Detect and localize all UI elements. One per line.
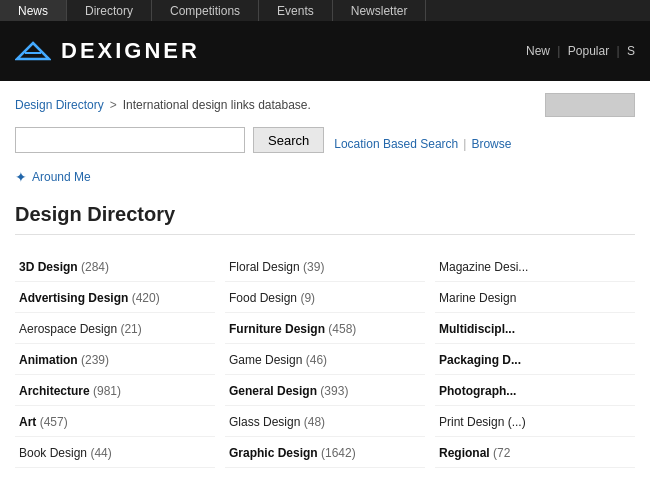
around-me[interactable]: ✦ Around Me — [15, 169, 635, 185]
location-search-link[interactable]: Location Based Search — [334, 137, 458, 151]
header-link-s[interactable]: S — [627, 44, 635, 58]
directory-item[interactable]: Print Design (...) — [435, 408, 635, 437]
directory-item[interactable]: Book Design (44) — [15, 439, 215, 468]
search-box-header — [545, 93, 635, 117]
directory-item[interactable]: Furniture Design (458) — [225, 315, 425, 344]
header-link-popular[interactable]: Popular — [568, 44, 609, 58]
directory-grid: 3D Design (284)Advertising Design (420)A… — [15, 253, 635, 468]
directory-item[interactable]: Game Design (46) — [225, 346, 425, 375]
main-area: Design Directory > International design … — [0, 81, 650, 468]
directory-item[interactable]: Packaging D... — [435, 346, 635, 375]
svg-marker-0 — [17, 43, 49, 59]
header-link-new[interactable]: New — [526, 44, 550, 58]
logo-icon — [15, 39, 51, 63]
search-area: Search — [15, 127, 324, 153]
search-extra: Location Based Search | Browse — [334, 137, 511, 151]
header-sep-2: | — [617, 44, 620, 58]
directory-item[interactable]: Advertising Design (420) — [15, 284, 215, 313]
breadcrumb-separator: > — [110, 98, 117, 112]
nav-directory[interactable]: Directory — [67, 0, 152, 21]
directory-col-2: Floral Design (39)Food Design (9)Furnitu… — [225, 253, 425, 468]
breadcrumb-description: International design links database. — [123, 98, 311, 112]
header-links: New | Popular | S — [526, 44, 635, 58]
around-me-icon: ✦ — [15, 169, 27, 185]
vsep: | — [463, 137, 466, 151]
nav-newsletter[interactable]: Newsletter — [333, 0, 427, 21]
directory-item[interactable]: Floral Design (39) — [225, 253, 425, 282]
directory-item[interactable]: General Design (393) — [225, 377, 425, 406]
directory-col-1: 3D Design (284)Advertising Design (420)A… — [15, 253, 215, 468]
breadcrumb-link[interactable]: Design Directory — [15, 98, 104, 112]
directory-item[interactable]: Regional (72 — [435, 439, 635, 468]
header-sep-1: | — [557, 44, 560, 58]
directory-item[interactable]: Graphic Design (1642) — [225, 439, 425, 468]
search-button[interactable]: Search — [253, 127, 324, 153]
search-input[interactable] — [15, 127, 245, 153]
browse-link[interactable]: Browse — [471, 137, 511, 151]
logo-area[interactable]: DEXIGNER — [15, 38, 200, 64]
directory-item[interactable]: Aerospace Design (21) — [15, 315, 215, 344]
around-me-label: Around Me — [32, 170, 91, 184]
section-title: Design Directory — [15, 203, 635, 235]
header: DEXIGNER New | Popular | S — [0, 21, 650, 81]
directory-item[interactable]: Magazine Desi... — [435, 253, 635, 282]
directory-col-3: Magazine Desi... Marine Design Multidisc… — [435, 253, 635, 468]
nav-events[interactable]: Events — [259, 0, 333, 21]
breadcrumb-area: Design Directory > International design … — [15, 93, 635, 117]
directory-item[interactable]: Marine Design — [435, 284, 635, 313]
nav-news[interactable]: News — [0, 0, 67, 21]
directory-item[interactable]: Food Design (9) — [225, 284, 425, 313]
directory-item[interactable]: Animation (239) — [15, 346, 215, 375]
directory-item[interactable]: Photograph... — [435, 377, 635, 406]
nav-competitions[interactable]: Competitions — [152, 0, 259, 21]
top-nav: News Directory Competitions Events Newsl… — [0, 0, 650, 21]
logo-text: DEXIGNER — [61, 38, 200, 64]
directory-item[interactable]: Art (457) — [15, 408, 215, 437]
directory-item[interactable]: Multidiscipl... — [435, 315, 635, 344]
directory-item[interactable]: 3D Design (284) — [15, 253, 215, 282]
directory-item[interactable]: Architecture (981) — [15, 377, 215, 406]
directory-item[interactable]: Glass Design (48) — [225, 408, 425, 437]
